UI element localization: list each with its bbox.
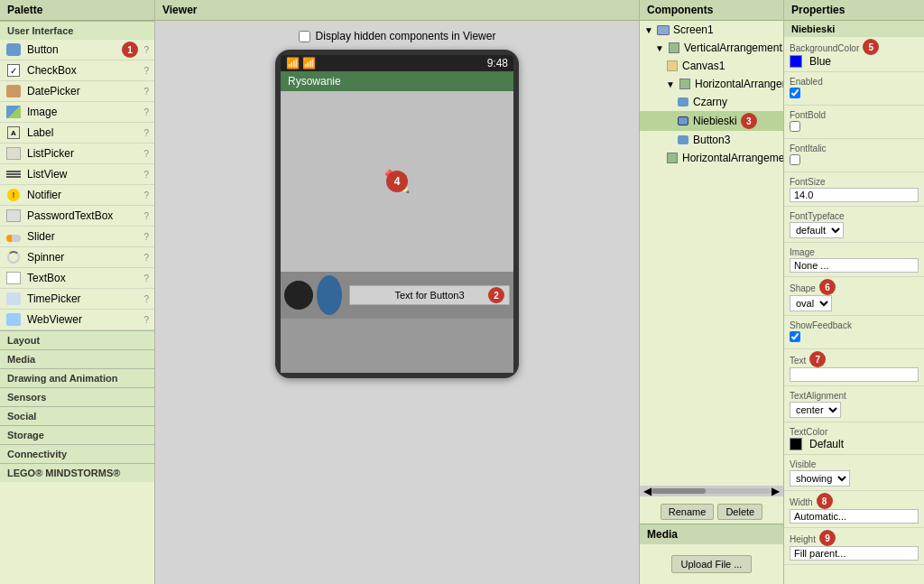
palette-item-checkbox[interactable]: ✓ CheckBox ? [0,60,154,81]
backgroundcolor-swatch[interactable] [790,55,802,68]
palette-label-timepicker: TimePicker [27,292,142,305]
palette-item-label[interactable]: A Label ? [0,123,154,144]
fontitalic-checkbox[interactable] [790,154,800,165]
media-section-header: Media [640,524,783,544]
upload-file-button[interactable]: Upload File ... [671,555,753,573]
palette-section-lego[interactable]: LEGO® MINDSTORMS® [0,463,154,482]
palette-help-timepicker[interactable]: ? [143,294,149,304]
enabled-checkbox[interactable] [790,88,800,98]
palette-label-image: Image [27,106,142,118]
palette-help-listpicker[interactable]: ? [143,149,149,159]
palette-section-connectivity[interactable]: Connectivity [0,444,154,463]
phone-content: ✏️ 4 Text for Button3 2 [281,91,513,373]
palette-section-drawing[interactable]: Drawing and Animation [0,368,154,387]
palette-help-checkbox[interactable]: ? [143,66,149,76]
palette-item-webviewer[interactable]: WebViewer ? [0,310,154,330]
palette-help-spinner[interactable]: ? [143,253,149,263]
palette-item-image[interactable]: Image ? [0,102,154,123]
palette-label-notifier: Notifier [27,189,142,201]
tree-item-vertarr1[interactable]: ▼ VerticalArrangement1 [640,39,783,57]
text-input[interactable] [790,367,919,382]
tree-item-screen1[interactable]: ▼ Screen1 [640,21,783,39]
display-hidden-label: Display hidden components in Viewer [316,30,496,42]
tree-item-niebieski[interactable]: Niebieski 3 [640,111,783,131]
palette-item-notifier[interactable]: ! Notifier ? [0,185,154,206]
palette-item-textbox[interactable]: TextBox ? [0,268,154,289]
listview-icon [5,166,22,182]
screen-icon [656,23,670,37]
fontsize-input[interactable] [790,188,919,202]
palette-help-label[interactable]: ? [143,128,149,138]
palette-section-social[interactable]: Social [0,406,154,425]
palette-help-datepicker[interactable]: ? [143,87,149,97]
tree-item-czarny[interactable]: Czarny [640,93,783,111]
palette-section-media[interactable]: Media [0,349,154,368]
badge-1: 1 [122,42,138,58]
scroll-right-arrow[interactable]: ▶ [772,485,780,497]
palette-help-notifier[interactable]: ? [143,190,149,200]
visible-select[interactable]: showing [790,470,850,487]
tree-label-screen1: Screen1 [673,23,714,36]
palette-help-textbox[interactable]: ? [143,273,149,283]
palette-item-spinner[interactable]: Spinner ? [0,247,154,268]
palette-help-button[interactable]: ? [143,45,149,55]
palette-help-slider[interactable]: ? [143,232,149,242]
width-input[interactable] [790,509,919,524]
canvas-icon [665,59,679,73]
delete-button[interactable]: Delete [717,504,762,520]
palette-item-slider[interactable]: Slider ? [0,227,154,247]
phone-canvas-area: ✏️ 4 [281,91,513,272]
button3-text[interactable]: Text for Button3 [349,285,510,305]
fontbold-checkbox[interactable] [790,121,800,132]
tree-toggle-screen1[interactable]: ▼ [643,24,654,35]
palette-item-button[interactable]: Button 1 ? [0,40,154,60]
tree-item-horizarr2[interactable]: HorizontalArrangemen [640,149,783,167]
palette-item-listpicker[interactable]: ListPicker ? [0,144,154,164]
palette-help-webviewer[interactable]: ? [143,315,149,325]
prop-label-image: Image [790,247,919,257]
phone-status-bar: 📶 📶 9:48 [281,55,513,71]
image-input[interactable] [790,258,919,273]
palette-help-passwordtextbox[interactable]: ? [143,211,149,221]
textcolor-swatch[interactable] [790,438,802,450]
height-input[interactable] [790,546,919,561]
prop-label-fonttypeface: FontTypeface [790,211,919,221]
scrollbar-thumb[interactable] [651,488,706,494]
palette-help-image[interactable]: ? [143,107,149,117]
showfeedback-checkbox[interactable] [790,331,800,342]
viewer-body: Display hidden components in Viewer 📶 📶 … [155,21,639,584]
prop-fontbold: FontBold [784,106,924,139]
prop-label-textalignment: TextAlignment [790,391,919,401]
czarny-icon [676,95,690,109]
prop-enabled: Enabled [784,72,924,106]
button-niebieski[interactable] [317,275,342,315]
tree-toggle-vertarr1[interactable]: ▼ [654,42,665,53]
palette-item-timepicker[interactable]: TimePicker ? [0,289,154,310]
textalignment-select[interactable]: center [790,402,841,418]
shape-select[interactable]: oval [790,295,832,311]
palette-help-listview[interactable]: ? [143,170,149,180]
tree-item-button3[interactable]: Button3 [640,131,783,149]
rename-button[interactable]: Rename [661,504,715,520]
palette-item-listview[interactable]: ListView ? [0,164,154,185]
properties-panel: Properties Niebieski BackgroundColor 5 B… [784,0,924,584]
phone-time: 9:48 [487,57,508,70]
scroll-left-arrow[interactable]: ◀ [643,485,651,497]
display-hidden-checkbox[interactable] [299,31,310,42]
notifier-icon: ! [5,187,22,203]
palette-section-storage[interactable]: Storage [0,425,154,444]
tree-item-horizarr1[interactable]: ▼ HorizontalArrangemen [640,75,783,93]
tree-item-canvas1[interactable]: Canvas1 [640,57,783,75]
palette-section-layout[interactable]: Layout [0,330,154,349]
checkbox-icon: ✓ [5,62,22,79]
fonttypeface-select[interactable]: default [790,222,844,238]
palette-item-datepicker[interactable]: DatePicker ? [0,81,154,102]
tree-toggle-horizarr1[interactable]: ▼ [665,79,676,89]
palette-panel: Palette User Interface Button 1 ? ✓ Chec… [0,0,155,584]
properties-component-name: Niebieski [784,21,924,37]
components-scrollbar[interactable]: ◀ ▶ [640,486,783,496]
palette-item-passwordtextbox[interactable]: PasswordTextBox ? [0,206,154,227]
button-czarny[interactable] [284,281,313,310]
badge-7: 7 [809,351,826,367]
palette-section-sensors[interactable]: Sensors [0,387,154,406]
